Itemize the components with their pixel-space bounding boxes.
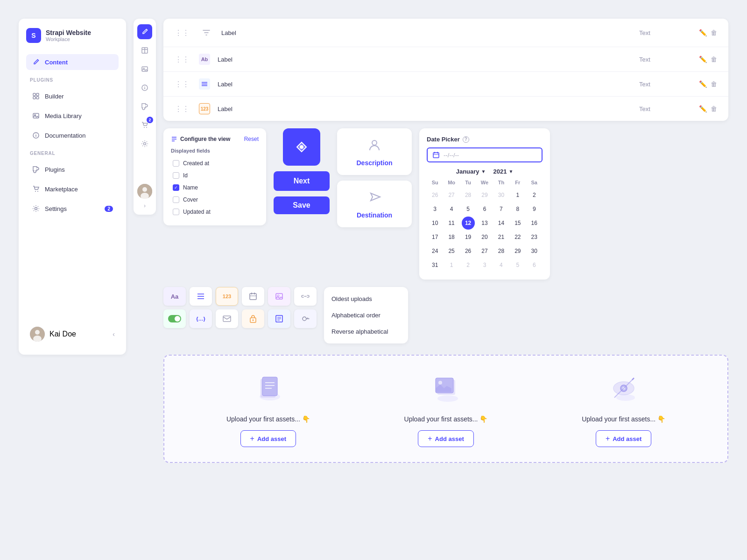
configure-reset-btn[interactable]: Reset <box>244 136 259 142</box>
sidebar-item-settings[interactable]: Settings 2 <box>26 201 119 217</box>
cal-day[interactable]: 2 <box>462 259 475 272</box>
cal-day[interactable]: 27 <box>445 189 458 202</box>
cal-day[interactable]: 9 <box>528 203 541 216</box>
chip-123[interactable]: 123 <box>216 287 238 306</box>
delete-row2-btn[interactable]: 🗑 <box>711 56 717 63</box>
sidebar-item-builder[interactable]: Builder <box>26 88 119 104</box>
delete-row1-btn[interactable]: 🗑 <box>711 29 717 36</box>
cal-day[interactable]: 14 <box>494 217 507 230</box>
chip-email[interactable] <box>216 309 238 328</box>
cal-day[interactable]: 2 <box>528 189 541 202</box>
edit-row1-btn[interactable]: ✏️ <box>699 29 707 36</box>
edit-row3-btn[interactable]: ✏️ <box>699 80 707 88</box>
cal-day[interactable]: 24 <box>429 245 442 258</box>
add-asset-btn-3[interactable]: + Add asset <box>596 430 651 447</box>
cal-day[interactable]: 15 <box>511 217 524 230</box>
cal-day[interactable]: 28 <box>494 245 507 258</box>
edit-row2-btn[interactable]: ✏️ <box>699 56 707 63</box>
chip-list[interactable] <box>268 309 290 328</box>
chip-lock[interactable] <box>242 309 264 328</box>
icon-btn-info[interactable] <box>137 80 152 95</box>
cal-day[interactable]: 27 <box>478 245 491 258</box>
checkbox-id[interactable] <box>173 172 179 179</box>
cal-day[interactable]: 28 <box>462 189 475 202</box>
cal-day[interactable]: 8 <box>511 203 524 216</box>
sort-alpha[interactable]: Alphabetical order <box>324 307 408 323</box>
cal-day[interactable]: 4 <box>494 259 507 272</box>
date-input-field[interactable]: --/--/-- <box>427 147 543 162</box>
chip-ab[interactable]: Aa <box>163 287 186 306</box>
cal-day[interactable]: 5 <box>462 203 475 216</box>
icon-btn-gear[interactable] <box>137 136 152 151</box>
drag-handle[interactable]: ⋮⋮ <box>175 105 190 113</box>
cal-day[interactable]: 11 <box>445 217 458 230</box>
add-asset-btn-2[interactable]: + Add asset <box>418 430 473 447</box>
sidebar-item-documentation[interactable]: Documentation <box>26 127 119 143</box>
sort-reverse-alpha[interactable]: Reverse alphabetical <box>324 323 408 340</box>
icon-btn-table[interactable] <box>137 43 152 58</box>
cal-day[interactable]: 22 <box>511 231 524 244</box>
cal-day[interactable]: 30 <box>494 189 507 202</box>
sidebar-item-plugins[interactable]: Plugins <box>26 161 119 177</box>
icon-sidebar-expand[interactable]: › <box>144 203 146 209</box>
chip-toggle[interactable] <box>163 309 186 328</box>
cal-day[interactable]: 6 <box>478 203 491 216</box>
cal-day[interactable]: 4 <box>445 203 458 216</box>
drag-handle[interactable]: ⋮⋮ <box>175 28 190 37</box>
cal-day[interactable]: 19 <box>462 231 475 244</box>
checkbox-created-at[interactable] <box>173 160 179 167</box>
drag-handle[interactable]: ⋮⋮ <box>175 80 190 89</box>
checkbox-updated-at[interactable] <box>173 209 179 215</box>
delete-row3-btn[interactable]: 🗑 <box>711 80 717 88</box>
cal-day[interactable]: 18 <box>445 231 458 244</box>
description-card[interactable]: Description <box>337 128 412 175</box>
delete-row4-btn[interactable]: 🗑 <box>711 105 717 112</box>
cal-day[interactable]: 26 <box>429 189 442 202</box>
user-footer[interactable]: Kai Doe ‹ <box>26 323 119 345</box>
chip-link[interactable] <box>294 287 317 306</box>
cal-day[interactable]: 16 <box>528 217 541 230</box>
cal-day[interactable]: 21 <box>494 231 507 244</box>
destination-card[interactable]: Destination <box>337 181 412 227</box>
checkbox-cover[interactable] <box>173 196 179 203</box>
cal-day[interactable]: 13 <box>478 217 491 230</box>
chip-json[interactable]: {…} <box>190 309 212 328</box>
cal-day[interactable]: 6 <box>528 259 541 272</box>
icon-btn-edit[interactable] <box>137 24 152 39</box>
cal-day[interactable]: 30 <box>528 245 541 258</box>
cal-day[interactable]: 10 <box>429 217 442 230</box>
cal-day[interactable]: 3 <box>429 203 442 216</box>
edit-row4-btn[interactable]: ✏️ <box>699 105 707 112</box>
cal-day[interactable]: 3 <box>478 259 491 272</box>
cal-day[interactable]: 25 <box>445 245 458 258</box>
cal-day[interactable]: 29 <box>511 245 524 258</box>
sort-oldest[interactable]: Oldest uploads <box>324 291 408 307</box>
add-asset-btn-1[interactable]: + Add asset <box>240 430 296 447</box>
collapse-icon[interactable]: ‹ <box>113 330 115 338</box>
cal-day[interactable]: 31 <box>429 259 442 272</box>
month-select[interactable]: January ▼ <box>456 168 486 175</box>
chip-lines[interactable] <box>190 287 212 306</box>
sidebar-item-marketplace[interactable]: Marketplace <box>26 181 119 197</box>
cal-day-today[interactable]: 12 <box>462 217 475 230</box>
sidebar-item-media-library[interactable]: Media Library <box>26 108 119 124</box>
year-select[interactable]: 2021 ▼ <box>493 168 513 175</box>
save-button[interactable]: Save <box>274 196 330 214</box>
next-button[interactable]: Next <box>274 171 330 191</box>
cal-day[interactable]: 5 <box>511 259 524 272</box>
icon-btn-image[interactable] <box>137 62 152 77</box>
cal-day[interactable]: 23 <box>528 231 541 244</box>
icon-btn-cart[interactable]: 2 <box>137 118 152 133</box>
chip-media[interactable] <box>268 287 290 306</box>
sidebar-item-content[interactable]: Content <box>26 54 119 70</box>
cal-day[interactable]: 7 <box>494 203 507 216</box>
drag-handle[interactable]: ⋮⋮ <box>175 55 190 64</box>
cal-day[interactable]: 1 <box>445 259 458 272</box>
icon-btn-puzzle[interactable] <box>137 99 152 114</box>
checkbox-name[interactable]: ✓ <box>173 184 179 191</box>
icon-sidebar-avatar[interactable] <box>137 184 152 199</box>
chip-key[interactable] <box>294 309 317 328</box>
cal-day[interactable]: 1 <box>511 189 524 202</box>
cal-day[interactable]: 29 <box>478 189 491 202</box>
chip-date[interactable] <box>242 287 264 306</box>
